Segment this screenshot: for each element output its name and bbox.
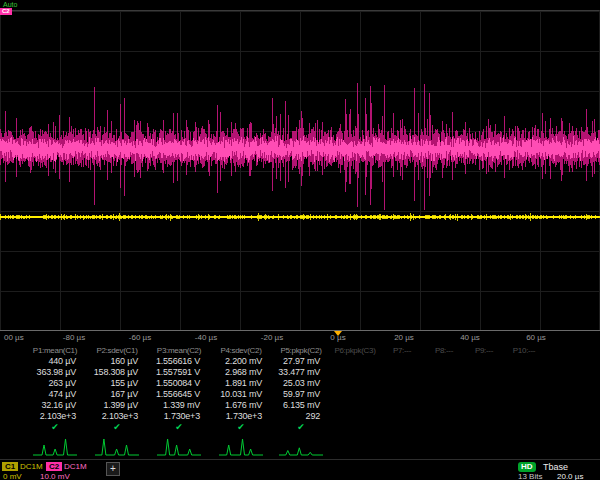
meas-value: 32.16 µV xyxy=(24,400,86,411)
meas-header-P10[interactable]: P10:--- xyxy=(504,345,544,356)
timebase-label[interactable]: Tbase xyxy=(543,462,568,472)
status-check-icon: ✔ xyxy=(272,422,330,433)
meas-header-P8[interactable]: P8:--- xyxy=(424,345,464,356)
add-trace-button[interactable]: + xyxy=(106,462,120,476)
meas-value: 2.103e+3 xyxy=(24,411,86,422)
meas-value: 59.97 mV xyxy=(272,389,330,400)
axis-label: -20 µs xyxy=(261,333,283,342)
measure-row: 474 µV167 µV1.556645 V10.031 mV59.97 mV xyxy=(0,389,600,400)
axis-label: 0 µs xyxy=(330,333,345,342)
meas-value: 440 µV xyxy=(24,356,86,367)
channel-c1-badge[interactable]: C1 xyxy=(2,462,18,471)
table-pad xyxy=(0,389,24,400)
meas-value: 2.968 mV xyxy=(210,367,272,378)
meas-value: 10.031 mV xyxy=(210,389,272,400)
meas-value: 6.135 mV xyxy=(272,400,330,411)
channel-c2-badge[interactable]: C2 xyxy=(46,462,62,471)
meas-header-P4[interactable]: P4:sdev(C2) xyxy=(210,345,272,356)
table-pad xyxy=(0,345,24,356)
measure-row: ✔✔✔✔✔ xyxy=(0,422,600,433)
meas-value: 1.556616 V xyxy=(148,356,210,367)
meas-value: 2.103e+3 xyxy=(86,411,148,422)
meas-value: 474 µV xyxy=(24,389,86,400)
axis-label: 20 µs xyxy=(394,333,414,342)
axis-label: 00 µs xyxy=(4,333,24,342)
table-pad xyxy=(0,367,24,378)
meas-header-P7[interactable]: P7:--- xyxy=(380,345,424,356)
meas-header-P6[interactable]: P6:pkpk(C3) xyxy=(330,345,380,356)
acquisition-status: Auto xyxy=(3,1,17,8)
hd-mode-badge: HD xyxy=(518,462,536,472)
axis-label: -40 µs xyxy=(195,333,217,342)
oscilloscope-screen: Auto C2 00 µs-80 µs-60 µs-40 µs-20 µs0 µ… xyxy=(0,0,600,480)
meas-value: 158.308 µV xyxy=(86,367,148,378)
histicon-P2 xyxy=(95,434,139,458)
channel-c2-coupling: DC1M xyxy=(64,462,87,471)
axis-label: 60 µs xyxy=(526,333,546,342)
meas-value: 1.399 µV xyxy=(86,400,148,411)
histicon-P3 xyxy=(157,434,201,458)
meas-value: 155 µV xyxy=(86,378,148,389)
measure-row: 32.16 µV1.399 µV1.339 mV1.676 mV6.135 mV xyxy=(0,400,600,411)
channel-c2-value: 10.0 mV xyxy=(40,472,70,480)
timebase-scale: 20.0 µs xyxy=(557,472,583,480)
measure-table: P1:mean(C1)P2:sdev(C1)P3:mean(C2)P4:sdev… xyxy=(0,345,600,433)
measure-row: 2.103e+32.103e+31.730e+31.730e+3292 xyxy=(0,411,600,422)
table-pad xyxy=(0,422,24,433)
table-pad xyxy=(0,411,24,422)
status-check-icon: ✔ xyxy=(148,422,210,433)
meas-value: 1.556645 V xyxy=(148,389,210,400)
trigger-source-badge: C2 xyxy=(0,8,12,15)
meas-value: 1.730e+3 xyxy=(210,411,272,422)
meas-value: 1.339 mV xyxy=(148,400,210,411)
table-pad xyxy=(0,378,24,389)
axis-label: -60 µs xyxy=(129,333,151,342)
meas-value: 363.98 µV xyxy=(24,367,86,378)
waveform-display xyxy=(0,11,600,331)
meas-value: 1.676 mV xyxy=(210,400,272,411)
meas-value: 1.550084 V xyxy=(148,378,210,389)
meas-header-P9[interactable]: P9:--- xyxy=(464,345,504,356)
meas-value: 25.03 mV xyxy=(272,378,330,389)
measure-row: 440 µV160 µV1.556616 V2.200 mV27.97 mV xyxy=(0,356,600,367)
histicon-P5 xyxy=(279,434,323,458)
meas-header-P3[interactable]: P3:mean(C2) xyxy=(148,345,210,356)
measure-row: 263 µV155 µV1.550084 V1.891 mV25.03 mV xyxy=(0,378,600,389)
meas-value: 33.477 mV xyxy=(272,367,330,378)
channel-c1-value: 0 mV xyxy=(3,472,22,480)
meas-header-P5[interactable]: P5:pkpk(C2) xyxy=(272,345,330,356)
meas-value: 292 xyxy=(272,411,330,422)
descriptor-bar: C1 DC1M C2 DC1M 0 mV 10.0 mV + HD Tbase … xyxy=(0,459,600,480)
meas-header-P2[interactable]: P2:sdev(C1) xyxy=(86,345,148,356)
meas-value: 2.200 mV xyxy=(210,356,272,367)
channel-c1-coupling: DC1M xyxy=(20,462,43,471)
meas-header-P1[interactable]: P1:mean(C1) xyxy=(24,345,86,356)
histicon-P1 xyxy=(33,434,77,458)
meas-value: 1.891 mV xyxy=(210,378,272,389)
status-check-icon: ✔ xyxy=(210,422,272,433)
histicon-row xyxy=(0,433,600,459)
status-check-icon: ✔ xyxy=(24,422,86,433)
status-check-icon: ✔ xyxy=(86,422,148,433)
histicon-P4 xyxy=(219,434,263,458)
axis-label: 40 µs xyxy=(460,333,480,342)
axis-label: -80 µs xyxy=(63,333,85,342)
meas-value: 27.97 mV xyxy=(272,356,330,367)
table-pad xyxy=(0,400,24,411)
meas-value: 1.730e+3 xyxy=(148,411,210,422)
measure-row: 363.98 µV158.308 µV1.557591 V2.968 mV33.… xyxy=(0,367,600,378)
meas-value: 263 µV xyxy=(24,378,86,389)
meas-value: 167 µV xyxy=(86,389,148,400)
timebase-bits: 13 Bits xyxy=(518,472,542,480)
time-axis: 00 µs-80 µs-60 µs-40 µs-20 µs0 µs20 µs40… xyxy=(0,330,600,345)
meas-value: 1.557591 V xyxy=(148,367,210,378)
table-pad xyxy=(0,356,24,367)
meas-value: 160 µV xyxy=(86,356,148,367)
graticule[interactable] xyxy=(0,10,600,330)
top-bar: Auto C2 xyxy=(0,0,600,10)
measure-row: P1:mean(C1)P2:sdev(C1)P3:mean(C2)P4:sdev… xyxy=(0,345,600,356)
